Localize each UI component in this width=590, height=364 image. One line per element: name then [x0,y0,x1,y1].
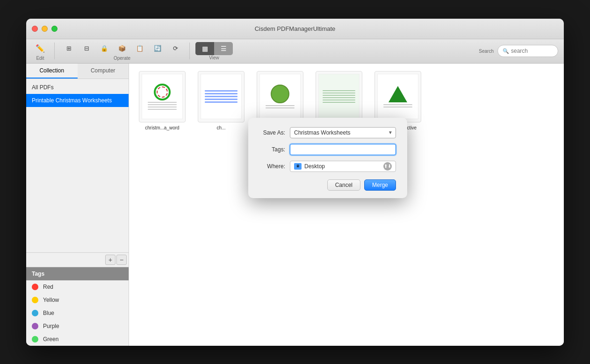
remove-collection-button[interactable]: − [116,255,127,265]
sidebar-item-all-pdfs[interactable]: All PDFs [26,81,129,94]
tag-label-blue: Blue [43,310,54,316]
rotate-button[interactable]: 🔄 [149,42,166,56]
protect-button[interactable]: 🔒 [96,42,113,56]
save-as-row: Save As: Christmas Worksheets ▼ [259,127,396,138]
red-dot [32,284,38,290]
merge-tool-button[interactable]: ⊟ [78,42,95,56]
cancel-button[interactable]: Cancel [327,179,360,191]
sidebar-footer: + − [26,252,129,267]
tag-item-yellow[interactable]: Yellow [26,293,129,307]
tab-computer[interactable]: Computer [78,64,129,79]
merge-button[interactable]: Merge [364,179,396,191]
compress-button[interactable]: 📦 [114,42,130,56]
extract-button[interactable]: 📋 [131,42,148,56]
dialog-overlay: Save As: Christmas Worksheets ▼ Tags: [129,64,564,346]
toolbar: ✏️ Edit ⊞ ⊟ 🔒 📦 📋 🔄 ⟳ Operate ▦ [26,39,564,64]
tag-item-blue[interactable]: Blue [26,307,129,320]
tags-field[interactable] [290,144,396,155]
save-as-value: Christmas Worksheets [294,129,392,136]
tag-item-purple[interactable]: Purple [26,320,129,333]
divider-1 [54,43,55,59]
where-dropdown-icon[interactable]: ⬆⬇ [383,162,392,171]
where-row: Where: 🖥 Desktop ⬆⬇ [259,161,396,172]
title-bar: Cisdem PDFManagerUltimate [26,19,564,39]
where-field[interactable]: 🖥 Desktop ⬆⬇ [290,161,396,172]
save-as-field[interactable]: Christmas Worksheets ▼ [290,127,396,138]
search-box[interactable]: 🔍 [497,45,558,57]
view-group: ▦ ☰ View [195,42,233,60]
sidebar-items: All PDFs Printable Christmas Worksheets [26,79,129,252]
tag-label-yellow: Yellow [43,297,59,303]
search-label: Search [479,49,494,54]
dialog-buttons: Cancel Merge [259,179,396,191]
sidebar: Collection Computer All PDFs Printable C… [26,64,129,346]
save-as-label: Save As: [259,129,285,136]
search-input[interactable] [511,48,553,54]
tab-collection[interactable]: Collection [26,64,78,79]
tags-header: Tags [26,267,129,280]
edit-group: ✏️ Edit [32,42,49,61]
divider-2 [189,43,190,59]
tags-input[interactable] [294,146,392,153]
operate-label: Operate [114,56,130,61]
grid-view-button[interactable]: ▦ [195,42,214,55]
main-content: Collection Computer All PDFs Printable C… [26,64,564,346]
desktop-icon: 🖥 [294,163,302,170]
tag-label-purple: Purple [43,323,59,329]
minimize-button[interactable] [42,26,48,32]
save-as-dropdown-icon[interactable]: ▼ [388,130,393,135]
sidebar-tabs: Collection Computer [26,64,129,79]
search-icon: 🔍 [503,48,509,54]
close-button[interactable] [32,26,38,32]
file-area: christm...a_word ch... [129,64,564,346]
save-dialog: Save As: Christmas Worksheets ▼ Tags: [248,118,407,198]
tag-item-green[interactable]: Green [26,333,129,346]
edit-button[interactable]: ✏️ [32,42,49,56]
maximize-button[interactable] [51,26,58,32]
where-label: Where: [259,163,285,170]
convert-button[interactable]: ⟳ [167,42,184,56]
view-label: View [209,55,219,60]
tag-label-green: Green [43,336,58,343]
yellow-dot [32,297,38,303]
blue-dot [32,310,38,316]
list-view-button[interactable]: ☰ [214,42,233,55]
tags-label: Tags: [259,146,285,153]
toolbar-right: Search 🔍 [479,45,558,57]
add-collection-button[interactable]: + [105,255,115,265]
tag-item-red[interactable]: Red [26,280,129,293]
sidebar-item-printable-christmas[interactable]: Printable Christmas Worksheets [26,94,129,107]
green-dot [32,336,38,343]
edit-label: Edit [36,56,44,61]
tags-row: Tags: [259,144,396,155]
tag-label-red: Red [43,284,53,290]
purple-dot [32,323,38,329]
traffic-lights [32,26,58,32]
split-button[interactable]: ⊞ [60,42,77,56]
view-toggle: ▦ ☰ [195,42,233,55]
where-value: Desktop [304,163,381,170]
tags-section: Tags Red Yellow Blue Purple [26,267,129,346]
operate-group: ⊞ ⊟ 🔒 📦 📋 🔄 ⟳ Operate [60,42,184,61]
app-title: Cisdem PDFManagerUltimate [255,25,336,32]
